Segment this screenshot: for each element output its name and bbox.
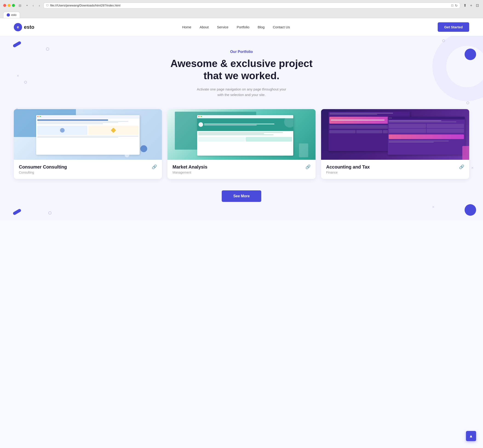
share-button[interactable]: ⬆ [462,2,467,8]
card-info-consulting: Consumer Consulting Consulting 🔗 [14,160,162,179]
back-button[interactable]: ‹ [31,3,35,8]
window-button[interactable]: ⊡ [475,2,480,8]
nav-link-service[interactable]: Service [217,25,228,29]
portfolio-card-consulting[interactable]: Consumer Consulting Consulting 🔗 [14,109,162,179]
nav-link-home[interactable]: Home [182,25,191,29]
section-title: Awesome & exclusive project that we work… [14,57,469,82]
card-title-market: Market Analysis [172,164,207,170]
nav-item-service[interactable]: Service [217,25,228,29]
portfolio-section: ✕ ✕ ✕ Our Portfolio Awesome & exclusive … [0,36,483,220]
card-thumbnail-consulting [14,109,162,160]
logo-text: esto [24,24,34,30]
nav-item-blog[interactable]: Blog [257,25,265,29]
card-link-icon-consulting[interactable]: 🔗 [152,164,157,169]
card-text-market: Market Analysis Management [172,164,207,174]
tab-favicon [7,13,10,16]
tab-bar: esto [3,10,480,18]
card-category-consulting: Consulting [19,171,67,174]
card-category-market: Management [172,171,207,174]
page-wrapper: ⊟ ▾ ‹ › 🛡 ⊡ ↻ ⬆ + ⊡ esto [0,0,483,220]
see-more-button[interactable]: See More [222,190,261,202]
browser-controls: ⊟ ▾ ‹ › 🛡 ⊡ ↻ ⬆ + ⊡ [3,2,480,8]
card-title-accounting: Accounting and Tax [326,164,370,170]
deco-x-bottom: ✕ [432,205,435,209]
card-link-icon-market[interactable]: 🔗 [305,164,311,169]
card-image-market [167,109,316,160]
card-link-icon-accounting[interactable]: 🔗 [459,164,464,169]
nav-link-about[interactable]: About [200,25,209,29]
sidebar-toggle-button[interactable]: ⊟ [17,3,23,8]
fullscreen-button[interactable] [12,4,15,7]
deco-circle-outline-bottom [48,211,52,215]
browser-chrome: ⊟ ▾ ‹ › 🛡 ⊡ ↻ ⬆ + ⊡ esto [0,0,483,18]
nav-item-portfolio[interactable]: Portfolio [237,25,249,29]
card-thumbnail-market [167,109,316,160]
security-icon: 🛡 [46,4,49,7]
get-started-button[interactable]: Get Started [438,22,469,32]
portfolio-card-market[interactable]: Market Analysis Management 🔗 [167,109,316,179]
logo[interactable]: e esto [14,23,34,31]
browser-actions: ⬆ + ⊡ [462,2,480,8]
refresh-button[interactable]: ↻ [455,4,458,7]
active-tab[interactable]: esto [3,12,20,18]
nav-item-about[interactable]: About [200,25,209,29]
nav-item-home[interactable]: Home [182,25,191,29]
section-description: Activate one page navigation on any page… [186,87,297,98]
reader-mode-icon[interactable]: ⊡ [451,4,453,7]
deco-pill-top-left [12,41,21,48]
scroll-to-top-button[interactable]: ▲ [466,431,476,441]
deco-circle-outline-3 [442,39,445,42]
close-button[interactable] [3,4,6,7]
card-text-consulting: Consumer Consulting Consulting [19,164,67,174]
deco-x-3: ✕ [471,166,474,170]
page-content: e esto Home About Service Portfolio Blog… [0,18,483,220]
card-text-accounting: Accounting and Tax Finance [326,164,370,174]
deco-circle-solid-bottom-right [465,204,476,216]
card-thumbnail-accounting [321,109,469,160]
card-info-market: Market Analysis Management 🔗 [167,160,316,179]
address-bar-container: 🛡 ⊡ ↻ [43,2,460,8]
navbar: e esto Home About Service Portfolio Blog… [0,18,483,36]
nav-link-contact[interactable]: Contact Us [273,25,290,29]
deco-pill-bottom-left [12,208,21,215]
forward-button[interactable]: › [38,3,41,8]
section-label: Our Portfolio [14,50,469,54]
nav-links: Home About Service Portfolio Blog Contac… [182,25,290,29]
nav-link-portfolio[interactable]: Portfolio [237,25,249,29]
address-bar-input[interactable] [50,4,449,7]
nav-link-blog[interactable]: Blog [257,25,265,29]
new-tab-button[interactable]: + [469,2,473,8]
portfolio-grid: Consumer Consulting Consulting 🔗 [14,109,469,179]
tab-title: esto [11,13,16,16]
card-title-consulting: Consumer Consulting [19,164,67,170]
card-info-accounting: Accounting and Tax Finance 🔗 [321,160,469,179]
nav-item-contact[interactable]: Contact Us [273,25,290,29]
card-image-consulting [14,109,162,160]
chevron-down-icon[interactable]: ▾ [25,4,29,7]
card-image-accounting [321,109,469,160]
portfolio-card-accounting[interactable]: Accounting and Tax Finance 🔗 [321,109,469,179]
card-category-accounting: Finance [326,171,370,174]
minimize-button[interactable] [8,4,11,7]
logo-icon: e [14,23,22,31]
deco-circle-outline-4 [467,102,469,104]
traffic-lights [3,4,15,7]
